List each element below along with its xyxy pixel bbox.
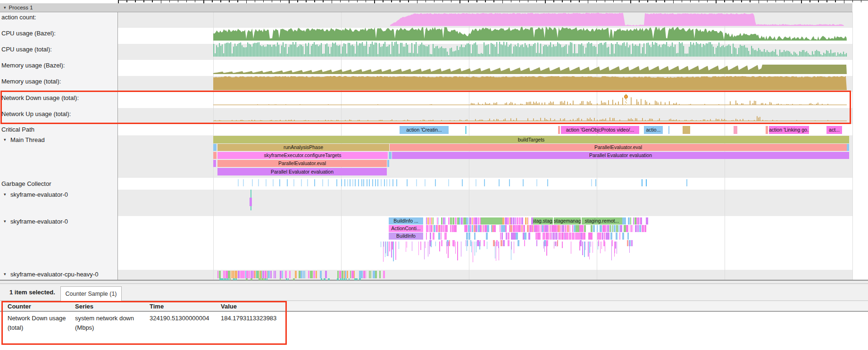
slice[interactable]: [250, 198, 252, 206]
dense-slice-stripe[interactable]: [427, 217, 429, 225]
dense-slice-stripe[interactable]: [346, 278, 347, 280]
slice[interactable]: [847, 144, 849, 151]
dense-slice-stripe[interactable]: [480, 217, 481, 225]
slice[interactable]: [558, 126, 560, 134]
dense-slice-stripe[interactable]: [515, 225, 516, 232]
gc-event-tick[interactable]: [536, 179, 537, 186]
call-stack-line[interactable]: [455, 242, 456, 254]
gc-event-tick[interactable]: [328, 179, 329, 186]
dense-slice-stripe[interactable]: [426, 225, 428, 232]
dense-slice-stripe[interactable]: [619, 233, 620, 240]
dense-slice-stripe[interactable]: [483, 225, 484, 232]
dense-slice-stripe[interactable]: [579, 225, 581, 232]
dense-slice-stripe[interactable]: [359, 271, 361, 278]
dense-slice-stripe[interactable]: [219, 278, 222, 280]
dense-slice-stripe[interactable]: [454, 225, 457, 232]
dense-slice-stripe[interactable]: [610, 233, 612, 240]
dense-slice-stripe[interactable]: [267, 271, 270, 278]
dense-slice-stripe[interactable]: [558, 225, 560, 232]
dense-slice-stripe[interactable]: [219, 271, 221, 278]
dense-slice-stripe[interactable]: [452, 225, 454, 232]
gc-event-tick[interactable]: [425, 179, 426, 186]
call-stack-line[interactable]: [395, 242, 396, 260]
dense-slice-stripe[interactable]: [516, 233, 518, 240]
dense-slice-stripe[interactable]: [478, 217, 480, 225]
dense-slice-stripe[interactable]: [472, 225, 473, 232]
dense-slice-stripe[interactable]: [251, 271, 253, 278]
dense-slice-stripe[interactable]: [573, 233, 575, 240]
slice[interactable]: [465, 126, 467, 134]
dense-slice-stripe[interactable]: [466, 217, 468, 225]
dense-slice-stripe[interactable]: [612, 225, 613, 232]
dense-slice-stripe[interactable]: [627, 240, 629, 246]
counter-series-mem-total[interactable]: [213, 76, 847, 90]
col-header-time[interactable]: Time: [150, 303, 164, 310]
dense-slice-stripe[interactable]: [293, 278, 295, 280]
counter-series-cpu-total[interactable]: [213, 42, 847, 57]
dense-slice-stripe[interactable]: [351, 271, 354, 278]
call-stack-line[interactable]: [562, 242, 563, 248]
gc-event-tick[interactable]: [499, 179, 500, 186]
dense-slice-stripe[interactable]: [226, 278, 228, 280]
dense-slice-stripe[interactable]: [222, 278, 224, 280]
dense-slice-stripe[interactable]: [487, 225, 489, 232]
gc-event-tick[interactable]: [686, 179, 687, 186]
gc-event-tick[interactable]: [646, 179, 647, 186]
col-header-series[interactable]: Series: [75, 303, 93, 310]
dense-slice-stripe[interactable]: [349, 278, 350, 280]
dense-slice-stripe[interactable]: [503, 240, 505, 246]
dense-slice-stripe[interactable]: [636, 217, 638, 225]
dense-slice-stripe[interactable]: [474, 233, 476, 240]
dense-slice-stripe[interactable]: [457, 217, 459, 225]
dense-slice-stripe[interactable]: [441, 233, 442, 240]
dense-slice-stripe[interactable]: [582, 233, 584, 240]
gc-event-tick[interactable]: [591, 179, 592, 186]
dense-slice-stripe[interactable]: [259, 278, 261, 280]
dense-slice-stripe[interactable]: [557, 240, 558, 246]
counter-series-net-down[interactable]: [213, 97, 847, 105]
call-stack-line[interactable]: [629, 242, 630, 253]
dense-slice-stripe[interactable]: [308, 271, 309, 278]
dense-slice-stripe[interactable]: [551, 225, 554, 232]
call-stack-line[interactable]: [600, 242, 601, 253]
tab-counter-sample[interactable]: Counter Sample (1): [60, 286, 122, 301]
slice[interactable]: [213, 144, 217, 151]
counter-series-cpu-bazel[interactable]: [213, 26, 847, 41]
dense-slice-stripe[interactable]: [328, 278, 329, 280]
col-header-value[interactable]: Value: [221, 303, 237, 310]
dense-slice-stripe[interactable]: [356, 278, 357, 280]
call-stack-line[interactable]: [429, 242, 430, 254]
slice-buildtargets[interactable]: buildTargets: [213, 136, 849, 143]
dense-slice-stripe[interactable]: [480, 225, 482, 232]
call-stack-line[interactable]: [428, 242, 429, 257]
dense-slice-stripe[interactable]: [635, 225, 637, 232]
call-stack-line[interactable]: [571, 242, 572, 254]
call-stack-line[interactable]: [588, 242, 589, 257]
dense-slice-stripe[interactable]: [363, 271, 365, 278]
dense-slice-stripe[interactable]: [280, 271, 282, 278]
call-stack-line[interactable]: [498, 242, 499, 248]
dense-slice-stripe[interactable]: [261, 278, 263, 280]
dense-slice-stripe[interactable]: [233, 278, 235, 280]
call-stack-line[interactable]: [473, 242, 474, 262]
call-stack-line[interactable]: [393, 242, 394, 261]
call-stack-line[interactable]: [543, 242, 544, 249]
dense-slice-stripe[interactable]: [569, 233, 571, 240]
dense-slice-stripe[interactable]: [599, 233, 601, 240]
call-stack-line[interactable]: [388, 242, 389, 256]
dense-slice-stripe[interactable]: [347, 271, 348, 278]
dense-slice-stripe[interactable]: [524, 233, 526, 240]
dense-slice-stripe[interactable]: [441, 225, 443, 232]
dense-slice-stripe[interactable]: [524, 240, 525, 246]
dense-slice-stripe[interactable]: [517, 240, 520, 246]
gc-event-tick[interactable]: [392, 179, 393, 186]
dense-slice-stripe[interactable]: [282, 271, 283, 278]
call-stack-line[interactable]: [399, 242, 400, 249]
dense-slice-stripe[interactable]: [508, 240, 509, 246]
dense-slice-stripe[interactable]: [631, 240, 633, 246]
dense-slice-stripe[interactable]: [379, 271, 381, 278]
dense-slice-stripe[interactable]: [565, 225, 567, 232]
call-stack-line[interactable]: [454, 242, 455, 247]
slice[interactable]: [480, 217, 502, 225]
dense-slice-stripe[interactable]: [545, 225, 546, 232]
